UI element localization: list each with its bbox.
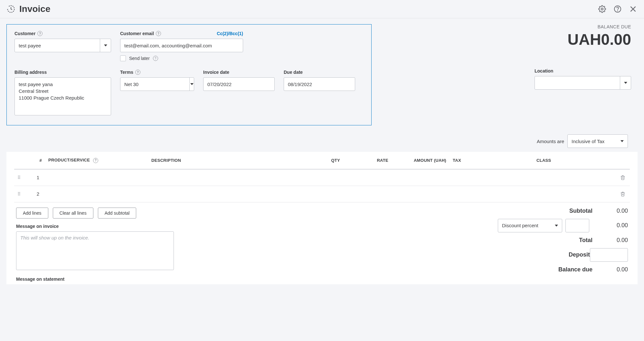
balance-due-box: BALANCE DUE UAH0.00 [568,24,634,48]
location-dropdown[interactable] [535,76,631,90]
help-icon[interactable]: ? [93,158,98,163]
subtotal-label: Subtotal [448,208,592,214]
row-num: 1 [26,169,45,186]
send-later-label: Send later [129,56,150,61]
drag-handle-icon[interactable]: ⠿ [17,175,21,180]
message-on-statement-label: Message on statement [16,277,174,282]
balance-due-total-value: 0.00 [592,266,628,273]
invoice-fields-box: Customer ? Customer email ? Cc(2) [6,24,372,125]
balance-due-label: BALANCE DUE [568,24,631,29]
balance-due-value: UAH0.00 [568,31,631,48]
amounts-are-value: Inclusive of Tax [568,139,617,144]
amounts-are-label: Amounts are [537,139,564,144]
invoice-date-label: Invoice date [203,70,229,75]
add-subtotal-button[interactable]: Add subtotal [98,208,137,219]
clear-all-lines-button[interactable]: Clear all lines [53,208,93,219]
billing-address-label: Billing address [14,70,47,75]
customer-input[interactable] [15,39,100,52]
due-date-input[interactable] [284,77,355,91]
col-amount: AMOUNT (UAH) [392,152,450,169]
terms-dropdown[interactable] [120,77,194,91]
svg-point-0 [601,8,603,10]
deposit-label: Deposit [448,251,590,258]
row-num: 2 [26,186,45,202]
location-label: Location [535,68,631,73]
chevron-down-icon[interactable] [189,78,194,91]
help-icon[interactable]: ? [153,56,158,61]
page-title: Invoice [19,4,50,14]
discount-type-value: Discount percent [498,223,551,228]
line-items-table: # PRODUCT/SERVICE ? DESCRIPTION QTY RATE… [6,152,638,202]
customer-label: Customer [14,31,35,36]
message-on-invoice-input[interactable] [16,231,174,270]
cc-bcc-link[interactable]: Cc(2)/Bcc(1) [217,31,243,36]
total-value: 0.00 [592,237,628,244]
add-lines-button[interactable]: Add lines [16,208,48,219]
chevron-down-icon[interactable] [620,76,631,89]
customer-dropdown[interactable] [14,39,111,52]
drag-handle-icon[interactable]: ⠿ [17,191,21,197]
terms-label: Terms [120,70,133,75]
deposit-input[interactable] [590,248,628,262]
col-tax: TAX [450,152,533,169]
col-class: CLASS [533,152,617,169]
billing-address-input[interactable]: test payee yana Central Street 11000 Pra… [14,77,111,115]
help-icon[interactable]: ? [37,31,43,36]
trash-icon[interactable] [620,191,627,197]
col-num: # [26,152,45,169]
col-qty: QTY [301,152,343,169]
invoice-date-input[interactable] [203,77,275,91]
trash-icon[interactable] [620,175,627,180]
table-row[interactable]: ⠿ 2 [14,186,630,202]
history-icon[interactable] [6,5,15,14]
amounts-are-dropdown[interactable]: Inclusive of Tax [567,134,628,148]
total-label: Total [448,237,592,244]
terms-input[interactable] [120,78,189,91]
header-bar: Invoice [0,0,644,18]
col-rate: RATE [343,152,392,169]
customer-email-input[interactable] [120,39,243,52]
chevron-down-icon[interactable] [617,135,628,148]
message-on-invoice-label: Message on invoice [16,224,174,229]
discount-type-dropdown[interactable]: Discount percent [498,219,562,232]
col-product: PRODUCT/SERVICE [48,158,90,162]
svg-point-2 [618,11,618,11]
help-icon[interactable]: ? [135,70,140,75]
chevron-down-icon[interactable] [551,219,562,232]
col-description: DESCRIPTION [148,152,301,169]
help-icon[interactable]: ? [156,31,161,36]
close-icon[interactable] [629,5,638,14]
discount-amount-input[interactable] [565,219,589,232]
gear-icon[interactable] [598,5,607,14]
due-date-label: Due date [284,70,303,75]
discount-value: 0.00 [592,222,628,229]
chevron-down-icon[interactable] [100,39,111,52]
table-row[interactable]: ⠿ 1 [14,169,630,186]
balance-due-total-label: Balance due [448,266,592,273]
subtotal-value: 0.00 [592,208,628,214]
send-later-checkbox[interactable] [120,55,126,61]
customer-email-label: Customer email [120,31,154,36]
help-header-icon[interactable] [613,5,622,14]
